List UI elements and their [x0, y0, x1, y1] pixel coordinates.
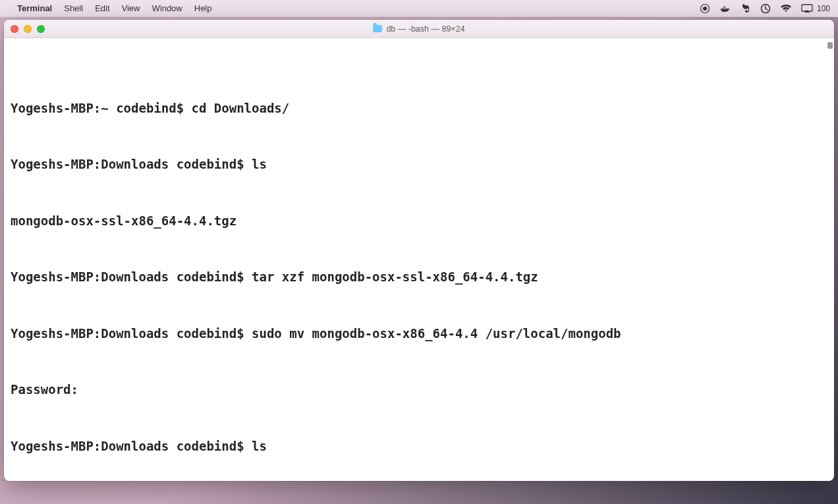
terminal-window: db — -bash — 89×24 Yogeshs-MBP:~ codebin…: [4, 20, 834, 481]
terminal-line: mongodb-osx-ssl-x86_64-4.4.tgz: [11, 211, 827, 231]
battery-percentage: 100: [817, 4, 830, 13]
window-close-button[interactable]: [11, 25, 18, 33]
docker-icon[interactable]: [719, 3, 731, 14]
terminal-line: Password:: [11, 380, 827, 399]
terminal-line: Yogeshs-MBP:~ codebind$ cd Downloads/: [11, 99, 827, 118]
window-maximize-button[interactable]: [37, 25, 45, 33]
terminal-line: Yogeshs-MBP:Downloads codebind$ ls: [11, 437, 827, 456]
terminal-body[interactable]: Yogeshs-MBP:~ codebind$ cd Downloads/ Yo…: [4, 38, 834, 481]
window-title: db — -bash — 89×24: [4, 24, 834, 34]
macos-menubar: Terminal Shell Edit View Window Help 100: [0, 0, 838, 17]
menu-view[interactable]: View: [122, 3, 140, 13]
evernote-icon[interactable]: [740, 3, 751, 14]
window-minimize-button[interactable]: [24, 25, 32, 33]
traffic-lights: [11, 25, 45, 33]
folder-icon: [373, 25, 382, 32]
terminal-titlebar[interactable]: db — -bash — 89×24: [4, 20, 834, 38]
record-icon[interactable]: [700, 3, 710, 14]
terminal-line: Yogeshs-MBP:Downloads codebind$ sudo mv …: [11, 324, 827, 343]
backup-icon[interactable]: [760, 3, 771, 14]
menubar-app-name[interactable]: Terminal: [17, 3, 52, 13]
menu-edit[interactable]: Edit: [95, 3, 109, 13]
terminal-line: Yogeshs-MBP:Downloads codebind$ ls: [11, 155, 827, 174]
menu-shell[interactable]: Shell: [64, 3, 83, 13]
svg-point-1: [703, 7, 707, 11]
wifi-icon[interactable]: [780, 4, 792, 13]
scrollbar-thumb[interactable]: [827, 42, 833, 49]
menu-window[interactable]: Window: [152, 3, 182, 13]
menu-help[interactable]: Help: [194, 3, 212, 13]
terminal-line: Yogeshs-MBP:Downloads codebind$ tar xzf …: [11, 267, 827, 287]
window-title-text: db — -bash — 89×24: [386, 24, 464, 34]
airplay-icon[interactable]: [801, 4, 813, 13]
